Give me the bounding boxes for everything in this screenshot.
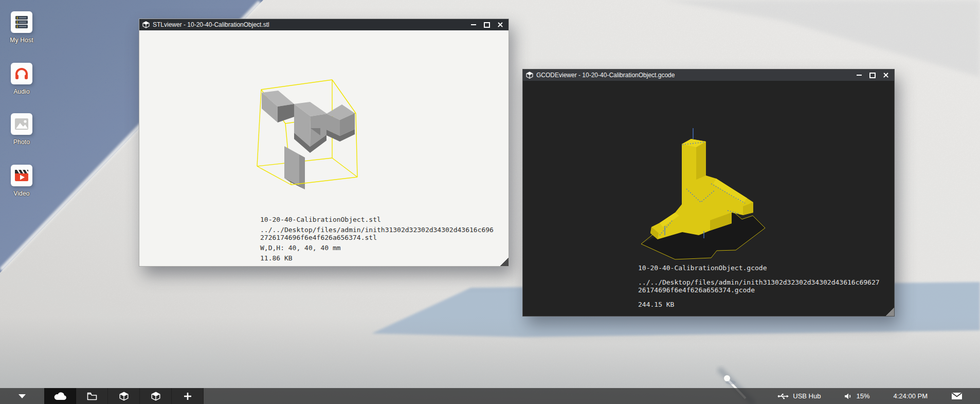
taskbar-button-add[interactable] [172,388,204,404]
taskbar-button-stl-viewer[interactable] [108,388,140,404]
desktop-icon-label: Photo [5,138,38,146]
stl-viewport[interactable]: 10-20-40-CalibrationObject.stl ../../Des… [139,30,509,266]
envelope-icon [951,392,963,400]
minimize-button[interactable] [470,22,477,28]
taskbar-button-files[interactable] [76,388,108,404]
stl-window-title: STLviewer - 10-20-40-CalibrationObject.s… [153,21,467,28]
maximize-button[interactable] [484,22,490,28]
system-tray: USB Hub 15% 4:24:00 PM [777,388,980,404]
minimize-button[interactable] [856,72,862,78]
my-host-icon [11,11,32,33]
speaker-icon [844,393,852,400]
close-button[interactable] [883,72,889,78]
cloud-icon [53,392,67,401]
volume-label: 15% [856,392,869,400]
stl-dimensions: W,D,H: 40, 40, 40 mm [260,244,494,252]
server-stack-icon [15,16,28,28]
video-icon [11,165,32,186]
gcode-window-title: GCODEviewer - 10-20-40-CalibrationObject… [536,72,853,79]
plus-icon [184,392,192,400]
folder-icon [87,392,97,400]
maximize-button[interactable] [869,72,876,78]
headphones-icon [15,69,28,79]
desktop-icon-photo[interactable]: Photo [5,113,38,146]
desktop-icon-label: My Host [5,37,38,44]
taskbar-button-cloud[interactable] [44,388,76,404]
resize-handle[interactable] [500,258,509,266]
photo-icon [11,113,32,135]
gcode-window-titlebar[interactable]: GCODEviewer - 10-20-40-CalibrationObject… [523,69,894,81]
wall-knob [724,375,730,381]
cube-icon [119,392,129,401]
audio-icon [11,63,32,84]
cube-app-icon [526,72,533,79]
stl-filesize: 11.86 KB [260,254,494,262]
cube-icon [151,392,160,401]
gcode-filesize: 244.15 KB [638,301,880,308]
desktop-icon-video[interactable]: Video [5,165,38,197]
stl-filename: 10-20-40-CalibrationObject.stl [260,216,494,223]
gcode-path-line2: 26174696f6e4f626a656374.gcode [638,286,880,294]
stl-viewer-window: STLviewer - 10-20-40-CalibrationObject.s… [139,19,509,267]
stl-path-line1: ../../Desktop/files/admin/inith31302d323… [260,226,494,234]
taskbar-expand-button[interactable] [0,388,44,404]
tray-volume[interactable]: 15% [844,392,869,400]
gcode-filename: 10-20-40-CalibrationObject.gcode [638,264,880,272]
taskbar-spacer [204,388,777,404]
close-button[interactable] [497,22,503,28]
desktop-icon-audio[interactable]: Audio [5,63,38,95]
gcode-path-line1: ../../Desktop/files/admin/inith31302d323… [638,278,880,286]
tray-clock[interactable]: 4:24:00 PM [894,392,928,400]
chevron-down-icon [19,394,26,398]
tray-usb[interactable]: USB Hub [777,392,821,400]
resize-handle[interactable] [886,308,894,316]
stl-path-line2: 2726174696f6e4f626a656374.stl [260,234,494,241]
stl-window-titlebar[interactable]: STLviewer - 10-20-40-CalibrationObject.s… [139,19,509,30]
gcode-viewport[interactable]: 10-20-40-CalibrationObject.gcode ../../D… [523,81,894,316]
taskbar-button-gcode-viewer[interactable] [140,388,172,404]
desktop-icon-my-host[interactable]: My Host [5,11,38,44]
stl-file-info: 10-20-40-CalibrationObject.stl ../../Des… [260,216,494,262]
usb-label: USB Hub [793,392,821,400]
tray-mail[interactable] [951,392,963,400]
usb-icon [777,393,789,400]
cube-app-icon [142,21,150,28]
taskbar: USB Hub 15% 4:24:00 PM [0,388,980,404]
desktop-icon-label: Video [5,190,38,197]
clapperboard-icon [15,170,28,181]
stl-model [262,91,355,189]
desktop-icon-label: Audio [5,88,38,95]
clock-label: 4:24:00 PM [894,392,928,400]
gcode-viewer-window: GCODEviewer - 10-20-40-CalibrationObject… [522,69,895,317]
image-icon [15,118,28,130]
gcode-file-info: 10-20-40-CalibrationObject.gcode ../../D… [638,264,880,308]
